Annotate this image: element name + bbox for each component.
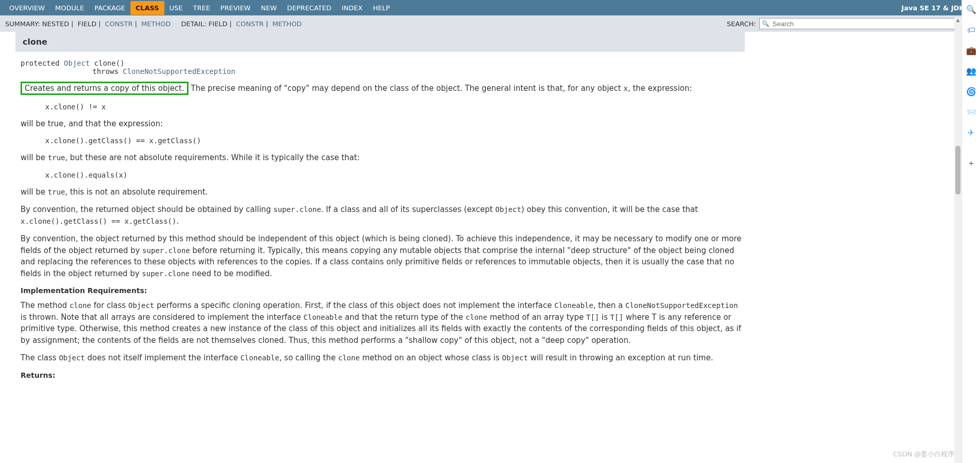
nav-package[interactable]: PACKAGE bbox=[89, 1, 130, 15]
p3code: true bbox=[48, 188, 65, 196]
highlighted-summary: Creates and returns a copy of this objec… bbox=[21, 82, 189, 95]
p6c: , so calling the bbox=[279, 353, 338, 362]
nav-new[interactable]: NEW bbox=[256, 1, 282, 15]
p4b: . If a class and all of its superclasses… bbox=[321, 205, 495, 214]
rail-mail-icon[interactable]: 📨 bbox=[966, 107, 976, 117]
method-signature: protected Object clone() throws CloneNot… bbox=[21, 52, 745, 79]
expr3: x.clone().equals(x) bbox=[21, 167, 745, 183]
search-box: 🔍 ✕ bbox=[759, 18, 975, 29]
nav-tree[interactable]: TREE bbox=[188, 1, 215, 15]
nav-use[interactable]: USE bbox=[164, 1, 188, 15]
browser-side-rail: 🔍 🏷 💼 👥 🌀 📨 ✈ ＋ bbox=[962, 0, 980, 392]
modifier: protected bbox=[21, 59, 60, 67]
p2a: will be bbox=[21, 153, 48, 162]
ih: is bbox=[599, 313, 611, 322]
ie: is thrown. Note that all arrays are cons… bbox=[21, 313, 304, 322]
ia: The method bbox=[21, 301, 69, 310]
impl-req-label: Implementation Requirements: bbox=[21, 282, 745, 297]
ic6: clone bbox=[466, 313, 487, 321]
p6a: The class bbox=[21, 353, 59, 362]
rail-people-icon[interactable]: 👥 bbox=[966, 66, 976, 76]
p4code2: Object bbox=[495, 205, 521, 214]
p5: By convention, the object returned by th… bbox=[21, 230, 745, 282]
detail-field: FIELD bbox=[209, 20, 228, 28]
rail-briefcase-icon[interactable]: 💼 bbox=[966, 45, 976, 55]
method-name-header: clone bbox=[15, 32, 745, 52]
rail-search-icon[interactable]: 🔍 bbox=[966, 4, 976, 14]
detail-label: DETAIL: bbox=[181, 20, 206, 28]
rail-cloud-icon[interactable]: 🌀 bbox=[966, 86, 976, 97]
detail-constr-link[interactable]: CONSTR bbox=[236, 20, 263, 28]
nav-preview[interactable]: PREVIEW bbox=[215, 1, 256, 15]
rail-plus-icon[interactable]: ＋ bbox=[966, 158, 976, 168]
p5code2: super.clone bbox=[142, 269, 190, 278]
nav-overview[interactable]: OVERVIEW bbox=[4, 1, 50, 15]
search-input[interactable] bbox=[771, 19, 964, 29]
p6c1: Object bbox=[59, 354, 85, 362]
p6b: does not itself implement the interface bbox=[85, 353, 240, 362]
p4code3: x.clone().getClass() == x.getClass() bbox=[21, 217, 176, 225]
p4a: By convention, the returned object shoul… bbox=[21, 205, 273, 214]
p6: The class Object does not itself impleme… bbox=[21, 349, 745, 367]
p6d: method on an object whose class is bbox=[360, 353, 502, 362]
method-name-parens: clone() bbox=[94, 59, 124, 67]
p2: will be true, but these are not absolute… bbox=[21, 149, 745, 167]
expr1: x.clone() != x bbox=[21, 99, 745, 115]
nav-module[interactable]: MODULE bbox=[50, 1, 89, 15]
scroll-up-icon[interactable]: ▲ bbox=[954, 17, 962, 25]
method-summary-text: Creates and returns a copy of this objec… bbox=[21, 79, 745, 99]
search-label: SEARCH: bbox=[727, 20, 756, 28]
nav-tabs: OVERVIEW MODULE PACKAGE CLASS USE TREE P… bbox=[4, 1, 395, 15]
summary-field: FIELD bbox=[78, 20, 97, 28]
summary-method-link[interactable]: METHOD bbox=[141, 20, 171, 28]
ic7: T[] bbox=[586, 313, 599, 321]
ib: for class bbox=[91, 301, 128, 310]
p3b: , this is not an absolute requirement. bbox=[65, 187, 208, 197]
if: and that the return type of the bbox=[343, 313, 466, 322]
ic8: T[] bbox=[610, 313, 623, 321]
p1: will be true, and that the expression: bbox=[21, 115, 745, 133]
summary-constr-link[interactable]: CONSTR bbox=[105, 20, 133, 28]
p4: By convention, the returned object shoul… bbox=[21, 201, 745, 230]
p6c2: Cloneable bbox=[240, 354, 279, 362]
p3: will be true, this is not an absolute re… bbox=[21, 183, 745, 201]
p2b: , but these are not absolute requirement… bbox=[65, 153, 360, 162]
p4d: . bbox=[176, 217, 179, 226]
ic5: Cloneable bbox=[304, 313, 343, 321]
p4c: ) obey this convention, it will be the c… bbox=[521, 205, 698, 214]
throws-keyword: throws bbox=[92, 67, 119, 75]
expr2: x.clone().getClass() == x.getClass() bbox=[21, 132, 745, 149]
detail-method-link[interactable]: METHOD bbox=[272, 20, 301, 28]
ic2: Object bbox=[128, 301, 155, 310]
p6e: will result in throwing an exception at … bbox=[528, 353, 713, 362]
summary-label: SUMMARY: bbox=[5, 20, 40, 28]
top-navigation: OVERVIEW MODULE PACKAGE CLASS USE TREE P… bbox=[0, 0, 980, 15]
nav-class[interactable]: CLASS bbox=[130, 1, 164, 15]
throws-type-link[interactable]: CloneNotSupportedException bbox=[123, 67, 235, 75]
rail-tag-icon[interactable]: 🏷 bbox=[966, 25, 976, 35]
summary-group: SUMMARY: NESTED| FIELD| CONSTR| METHOD bbox=[5, 20, 171, 28]
ig: method of an array type bbox=[487, 313, 587, 322]
ic3: Cloneable bbox=[554, 301, 593, 310]
detail-group: DETAIL: FIELD| CONSTR| METHOD bbox=[181, 20, 301, 28]
summary-rest-b: , the expression: bbox=[628, 84, 692, 93]
return-type-link[interactable]: Object bbox=[64, 59, 90, 67]
ic: performs a specific cloning operation. F… bbox=[154, 301, 554, 310]
scrollbar-track[interactable]: ▲ bbox=[954, 17, 962, 392]
nav-deprecated[interactable]: DEPRECATED bbox=[282, 1, 336, 15]
sub-navigation: SUMMARY: NESTED| FIELD| CONSTR| METHOD D… bbox=[0, 15, 980, 32]
scrollbar-thumb[interactable] bbox=[955, 146, 960, 195]
nav-index[interactable]: INDEX bbox=[336, 1, 368, 15]
p5code1: super.clone bbox=[142, 246, 190, 255]
p6c4: Object bbox=[502, 354, 528, 362]
summary-nested: NESTED bbox=[42, 20, 69, 28]
search-wrap: SEARCH: 🔍 ✕ bbox=[727, 18, 975, 29]
id: , then a bbox=[593, 301, 625, 310]
nav-help[interactable]: HELP bbox=[368, 1, 395, 15]
p2code: true bbox=[48, 153, 65, 162]
rail-send-icon[interactable]: ✈ bbox=[966, 127, 976, 138]
p3a: will be bbox=[21, 187, 48, 197]
p4code1: super.clone bbox=[273, 205, 321, 214]
method-detail: clone protected Object clone() throws Cl… bbox=[0, 32, 765, 392]
p5c: need to be modified. bbox=[190, 269, 272, 278]
